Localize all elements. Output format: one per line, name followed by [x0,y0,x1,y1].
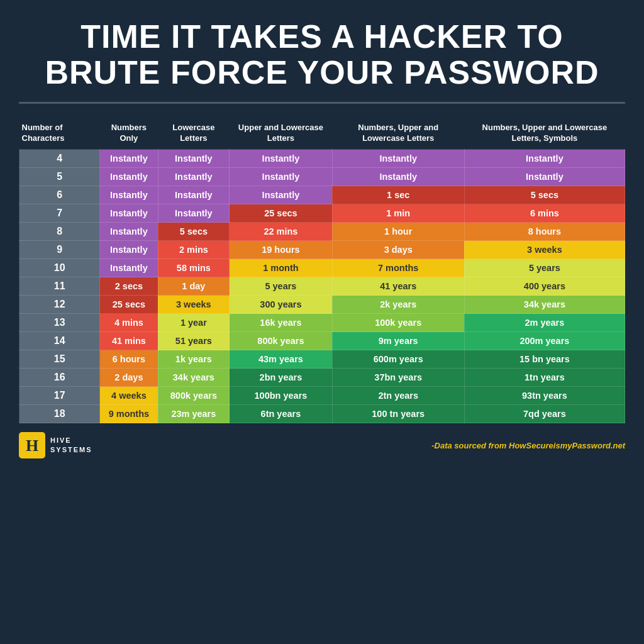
data-cell: 2 secs [100,277,158,296]
data-cell: 1 hour [332,223,464,241]
char-count-cell: 14 [19,332,100,350]
hive-brand-text: HIVE SYSTEMS [50,436,92,455]
data-cell: 16k years [230,314,332,332]
data-cell: 6 hours [100,350,158,369]
data-cell: 8 hours [464,223,625,241]
data-cell: 400 years [464,277,625,296]
data-cell: 58 mins [158,259,230,277]
data-cell: Instantly [100,204,158,223]
char-count-cell: 8 [19,223,100,241]
data-cell: 2m years [464,314,625,332]
divider [19,102,625,104]
table-row: 112 secs1 day5 years41 years400 years [19,277,625,296]
data-cell: Instantly [100,223,158,241]
data-cell: 25 secs [230,204,332,223]
col-header-0: Number of Characters [19,118,100,149]
data-cell: 600m years [332,350,464,369]
data-cell: 5 secs [158,223,230,241]
data-cell: 2 mins [158,241,230,259]
data-cell: Instantly [100,259,158,277]
data-cell: Instantly [332,168,464,186]
data-cell: 3 weeks [158,296,230,314]
char-count-cell: 12 [19,296,100,314]
data-cell: Instantly [158,186,230,204]
table-row: 1441 mins51 years800k years9m years200m … [19,332,625,350]
data-cell: Instantly [230,150,332,168]
data-cell: 4 mins [100,314,158,332]
data-cell: 100bn years [230,387,332,405]
page-title: TIME IT TAKES A HACKER TO BRUTE FORCE YO… [19,19,625,91]
data-cell: Instantly [230,186,332,204]
data-cell: 2bn years [230,369,332,387]
password-table: Number of CharactersNumbers OnlyLowercas… [19,118,625,423]
data-cell: 19 hours [230,241,332,259]
data-cell: 37bn years [332,369,464,387]
data-cell: 1 month [230,259,332,277]
data-cell: Instantly [100,150,158,168]
table-row: 10Instantly58 mins1 month7 months5 years [19,259,625,277]
table-row: 8Instantly5 secs22 mins1 hour8 hours [19,223,625,241]
table-row: 156 hours1k years43m years600m years15 b… [19,350,625,369]
char-count-cell: 7 [19,204,100,223]
data-cell: 7 months [332,259,464,277]
hive-logo: H HIVE SYSTEMS [19,432,92,458]
data-cell: Instantly [100,241,158,259]
table-row: 4InstantlyInstantlyInstantlyInstantlyIns… [19,150,625,168]
char-count-cell: 5 [19,168,100,186]
data-cell: 43m years [230,350,332,369]
data-cell: 3 weeks [464,241,625,259]
data-cell: 3 days [332,241,464,259]
col-header-1: Numbers Only [100,118,158,149]
data-cell: 22 mins [230,223,332,241]
data-cell: 1k years [158,350,230,369]
data-table-wrap: Number of CharactersNumbers OnlyLowercas… [19,118,625,423]
data-cell: 23m years [158,405,230,423]
data-cell: 4 weeks [100,387,158,405]
table-row: 5InstantlyInstantlyInstantlyInstantlyIns… [19,168,625,186]
char-count-cell: 4 [19,150,100,168]
footer: H HIVE SYSTEMS -Data sourced from HowSec… [19,432,625,458]
data-cell: 100k years [332,314,464,332]
col-header-3: Upper and Lowercase Letters [230,118,332,149]
data-cell: 7qd years [464,405,625,423]
data-cell: Instantly [230,168,332,186]
char-count-cell: 17 [19,387,100,405]
char-count-cell: 9 [19,241,100,259]
data-cell: 41 mins [100,332,158,350]
col-header-5: Numbers, Upper and Lowercase Letters, Sy… [464,118,625,149]
data-cell: Instantly [158,150,230,168]
char-count-cell: 6 [19,186,100,204]
data-cell: 6tn years [230,405,332,423]
char-count-cell: 16 [19,369,100,387]
data-cell: 25 secs [100,296,158,314]
data-cell: 5 years [464,259,625,277]
data-cell: 41 years [332,277,464,296]
data-cell: 1 day [158,277,230,296]
data-cell: 300 years [230,296,332,314]
char-count-cell: 10 [19,259,100,277]
source-text: -Data sourced from HowSecureismyPassword… [431,441,625,450]
data-cell: 1tn years [464,369,625,387]
data-cell: 200m years [464,332,625,350]
data-cell: 1 sec [332,186,464,204]
data-cell: 5 years [230,277,332,296]
table-row: 134 mins1 year16k years100k years2m year… [19,314,625,332]
char-count-cell: 15 [19,350,100,369]
data-cell: 93tn years [464,387,625,405]
data-cell: Instantly [332,150,464,168]
char-count-cell: 13 [19,314,100,332]
data-cell: 1 min [332,204,464,223]
char-count-cell: 18 [19,405,100,423]
data-cell: 5 secs [464,186,625,204]
data-cell: 34k years [464,296,625,314]
table-row: 6InstantlyInstantlyInstantly1 sec5 secs [19,186,625,204]
data-cell: 6 mins [464,204,625,223]
table-row: 174 weeks800k years100bn years2tn years9… [19,387,625,405]
table-row: 162 days34k years2bn years37bn years1tn … [19,369,625,387]
table-row: 7InstantlyInstantly25 secs1 min6 mins [19,204,625,223]
col-header-4: Numbers, Upper and Lowercase Letters [332,118,464,149]
data-cell: Instantly [158,204,230,223]
data-cell: Instantly [100,186,158,204]
table-row: 1225 secs3 weeks300 years2k years34k yea… [19,296,625,314]
data-cell: 15 bn years [464,350,625,369]
